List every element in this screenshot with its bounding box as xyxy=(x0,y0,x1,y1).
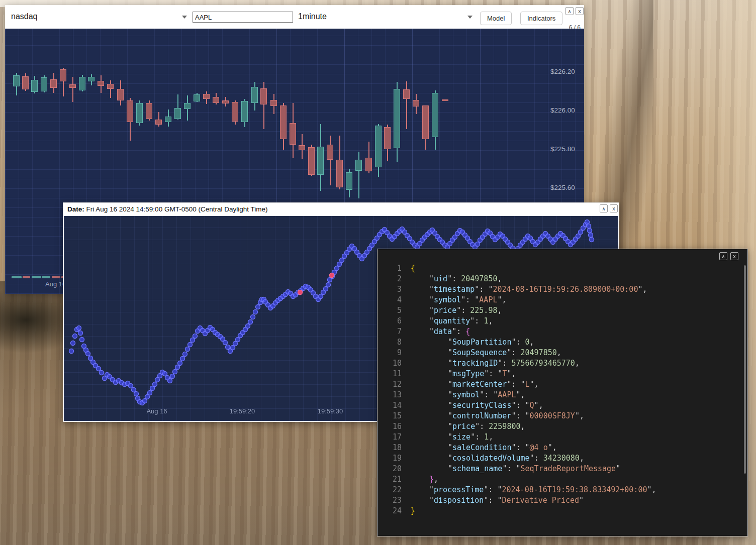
candlestick xyxy=(107,84,114,89)
code-text: } xyxy=(411,506,747,516)
candle-wick xyxy=(358,152,359,198)
code-text: "timestamp": "2024-08-16T19:59:26.809000… xyxy=(411,284,747,295)
candlestick xyxy=(403,89,410,99)
candlestick xyxy=(127,100,133,122)
candlestick xyxy=(317,147,324,175)
line-number: 10 xyxy=(377,358,411,369)
code-text: "quantity": 1, xyxy=(411,316,747,326)
chart-toolbar: nasdaq 1minute Model Indicators ∧ x 6 / … xyxy=(5,5,584,29)
line-number: 3 xyxy=(377,284,411,295)
candlestick xyxy=(365,158,372,171)
code-text: "symbol": "AAPL", xyxy=(411,390,747,400)
indicators-button[interactable]: Indicators xyxy=(520,12,562,25)
line-number: 7 xyxy=(377,326,411,337)
exchange-select[interactable]: nasdaq xyxy=(11,12,38,21)
code-text: "disposition": "Derivative Priced" xyxy=(411,495,747,506)
desktop: nasdaq 1minute Model Indicators ∧ x 6 / … xyxy=(0,0,756,545)
code-line: 5"price": 225.98, xyxy=(377,305,747,316)
line-number: 4 xyxy=(377,295,411,305)
close-icon[interactable]: x xyxy=(576,7,584,15)
candlestick xyxy=(213,97,219,103)
candlestick xyxy=(280,105,287,139)
minimize-button[interactable]: ∧ xyxy=(600,204,608,212)
mini-candle-dash xyxy=(52,276,60,278)
time-axis-label: 19:59:20 xyxy=(230,407,255,415)
candlestick xyxy=(69,84,76,88)
code-text: "uid": 20497850, xyxy=(411,274,747,284)
candlestick xyxy=(184,103,191,109)
code-text: "SoupPartition": 0, xyxy=(411,337,747,348)
candle-wick xyxy=(110,80,111,98)
model-button[interactable]: Model xyxy=(480,12,512,25)
code-line: 6"quantity": 1, xyxy=(377,316,747,326)
candle-wick xyxy=(406,81,407,129)
line-number: 20 xyxy=(377,464,411,474)
interval-select[interactable]: 1minute xyxy=(298,12,327,21)
candlestick xyxy=(117,89,124,100)
candlestick xyxy=(136,103,143,123)
candlestick xyxy=(422,105,429,139)
json-code-editor[interactable]: 1{2"uid": 20497850,3"timestamp": "2024-0… xyxy=(377,263,747,536)
candlestick xyxy=(88,77,94,81)
code-text: "trackingID": 57566793465770, xyxy=(411,358,747,369)
line-number: 12 xyxy=(377,379,411,390)
code-text: "saleCondition": "@4 o", xyxy=(411,443,747,453)
candlestick xyxy=(60,69,66,81)
line-number: 11 xyxy=(377,369,411,379)
line-number: 8 xyxy=(377,337,411,348)
time-axis-label: 19:59:30 xyxy=(318,407,343,415)
candlestick xyxy=(290,123,296,145)
code-text: "controlNumber": "00000SF8JY", xyxy=(411,411,747,421)
code-line: 1{ xyxy=(377,263,747,274)
candlestick xyxy=(260,88,267,104)
code-text: "securityClass": "Q", xyxy=(411,400,747,411)
candlestick xyxy=(13,75,20,86)
symbol-input[interactable] xyxy=(193,12,293,23)
candlestick xyxy=(299,145,305,150)
scrollbar[interactable] xyxy=(744,265,746,474)
code-text: "size": 1, xyxy=(411,432,747,443)
candlestick xyxy=(346,172,352,190)
date-value: Fri Aug 16 2024 14:59:00 GMT-0500 (Centr… xyxy=(84,205,268,213)
interval-dropdown-arrow-icon[interactable] xyxy=(467,16,472,19)
line-number: 14 xyxy=(377,400,411,411)
code-text: "processTime": "2024-08-16T19:59:38.8334… xyxy=(411,485,747,495)
line-number: 18 xyxy=(377,443,411,453)
code-text: "msgType": "T", xyxy=(411,369,747,379)
candlestick xyxy=(270,100,277,106)
code-line: 23"disposition": "Derivative Priced" xyxy=(377,495,747,506)
minimize-button[interactable]: ∧ xyxy=(719,252,727,260)
close-icon[interactable]: x xyxy=(610,204,618,212)
line-number: 17 xyxy=(377,432,411,443)
time-axis-label: Aug 16 xyxy=(146,407,167,415)
date-label: Date: xyxy=(67,205,84,213)
line-number: 5 xyxy=(377,305,411,316)
code-line: 24} xyxy=(377,506,747,516)
code-line: 16"price": 2259800, xyxy=(377,421,747,432)
code-line: 21}, xyxy=(377,474,747,485)
scatter-window-header: Date: Fri Aug 16 2024 14:59:00 GMT-0500 … xyxy=(63,203,619,216)
candlestick xyxy=(432,93,438,137)
code-line: 2"uid": 20497850, xyxy=(377,274,747,284)
exchange-dropdown-arrow-icon[interactable] xyxy=(182,16,187,19)
mini-candle-dash xyxy=(32,276,41,278)
candlestick xyxy=(232,102,238,122)
candlestick xyxy=(355,160,362,171)
code-text: "data": { xyxy=(411,326,747,337)
minimize-button[interactable]: ∧ xyxy=(565,7,574,15)
close-icon[interactable]: x xyxy=(730,252,738,260)
code-line: 20"schema_name": "SeqTradeReportMessage" xyxy=(377,464,747,474)
code-text: "price": 225.98, xyxy=(411,305,747,316)
price-axis-label: $226.00 xyxy=(550,106,575,114)
candlestick xyxy=(375,126,382,167)
line-number: 13 xyxy=(377,390,411,400)
candlestick xyxy=(155,120,162,125)
code-line: 18"saleCondition": "@4 o", xyxy=(377,443,747,453)
line-number: 1 xyxy=(377,263,411,274)
candlestick xyxy=(442,99,448,101)
candlestick xyxy=(308,147,315,175)
line-number: 21 xyxy=(377,474,411,485)
code-line: 22"processTime": "2024-08-16T19:59:38.83… xyxy=(377,485,747,495)
code-line: 15"controlNumber": "00000SF8JY", xyxy=(377,411,747,421)
candlestick xyxy=(79,77,85,90)
